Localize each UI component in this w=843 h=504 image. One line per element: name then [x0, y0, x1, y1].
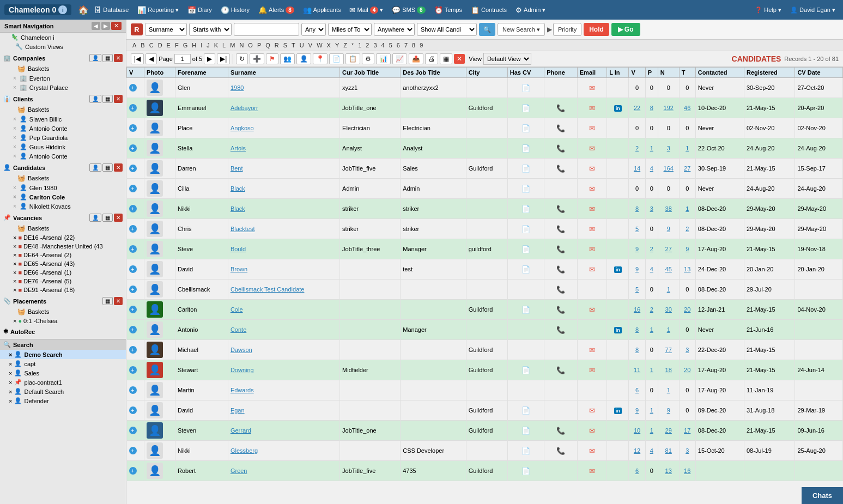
has-cv-icon[interactable]: 📄: [521, 406, 530, 415]
linkedin-icon[interactable]: in: [614, 408, 622, 414]
email-icon[interactable]: ✉: [589, 346, 595, 354]
row-add-btn[interactable]: +: [129, 467, 137, 475]
has-cv-icon[interactable]: 📄: [521, 306, 530, 314]
row-add-btn[interactable]: +: [129, 306, 137, 313]
candidate-v[interactable]: 22: [634, 105, 640, 111]
email-icon[interactable]: ✉: [589, 84, 595, 92]
candidate-p[interactable]: 3: [650, 205, 653, 212]
nav-reporting[interactable]: 📊Reporting ▾: [134, 5, 182, 15]
candidate-n[interactable]: 1: [667, 326, 670, 333]
de64-remove[interactable]: ×: [13, 252, 16, 258]
candidate-surname-link[interactable]: Bould: [231, 246, 246, 252]
candidate-n[interactable]: 1: [667, 286, 670, 293]
toolbar-excel-btn[interactable]: 📊: [376, 53, 391, 64]
clients-close-btn[interactable]: ✕: [114, 95, 123, 103]
nav-database[interactable]: 🗄Database: [91, 5, 132, 15]
nav-diary[interactable]: 📅Diary: [184, 5, 215, 15]
candidate-n[interactable]: 27: [665, 246, 672, 252]
toolbar-next-btn[interactable]: ▶: [204, 53, 215, 64]
has-cv-icon[interactable]: 📄: [521, 205, 530, 213]
candidate-p[interactable]: 1: [650, 326, 653, 333]
slaven-remove[interactable]: ×: [13, 116, 16, 122]
alpha-8[interactable]: 8: [410, 41, 417, 49]
sidebar-item-chameleon[interactable]: 🦎 Chameleon i: [0, 33, 126, 42]
vacancies-baskets[interactable]: 🧺 Baskets: [0, 223, 126, 233]
candidate-t[interactable]: 3: [686, 347, 689, 353]
sidebar-section-placements-header[interactable]: 📎 Placements ▦ ✕: [0, 295, 126, 307]
phone-icon[interactable]: 📞: [556, 245, 565, 253]
search-field-select[interactable]: Surname Forename City: [145, 23, 187, 36]
candidate-n[interactable]: 164: [664, 165, 674, 172]
candidate-surname-link[interactable]: Cbellismack Test Candidate: [231, 286, 305, 293]
candidate-v[interactable]: 2: [635, 145, 639, 151]
row-add-btn[interactable]: +: [129, 386, 137, 394]
sidebar-section-companies-header[interactable]: 🏢 Companies 👤 ▦ ✕: [0, 52, 126, 64]
candidates-glen[interactable]: × 👤 Glen 1980: [0, 183, 126, 192]
candidate-v[interactable]: 9: [635, 266, 639, 272]
clients-add-btn[interactable]: 👤: [89, 95, 101, 103]
candidate-p[interactable]: 1: [650, 407, 653, 414]
alpha-star[interactable]: *: [350, 41, 355, 49]
phone-icon[interactable]: 📞: [556, 306, 565, 314]
candidate-n[interactable]: 81: [665, 447, 672, 454]
alpha-W[interactable]: W: [315, 41, 324, 49]
email-icon[interactable]: ✉: [589, 427, 595, 435]
priority-btn[interactable]: Priority: [553, 23, 581, 36]
alpha-4[interactable]: 4: [380, 41, 386, 49]
plac-remove[interactable]: ×: [9, 379, 12, 386]
candidate-p[interactable]: 1: [650, 367, 653, 373]
has-cv-icon[interactable]: 📄: [521, 467, 530, 475]
candidate-surname-link[interactable]: Conte: [231, 326, 246, 333]
sales-remove[interactable]: ×: [9, 370, 12, 377]
toolbar-last-btn[interactable]: ▶|: [217, 53, 230, 64]
clients-grid-btn[interactable]: ▦: [102, 95, 113, 103]
toolbar-map-btn[interactable]: 📍: [313, 53, 328, 64]
candidate-v[interactable]: 16: [634, 306, 640, 313]
clients-baskets[interactable]: 🧺 Baskets: [0, 105, 126, 114]
toolbar-person-btn[interactable]: 👤: [296, 53, 311, 64]
chats-btn[interactable]: Chats: [802, 487, 843, 504]
candidate-v[interactable]: 10: [634, 427, 640, 434]
candidate-surname-link[interactable]: Cole: [231, 306, 243, 313]
candidate-t[interactable]: 46: [684, 105, 690, 111]
candidate-surname-link[interactable]: Artois: [231, 145, 246, 151]
toolbar-close-btn[interactable]: ✕: [454, 54, 465, 64]
candidate-surname-link[interactable]: Egan: [231, 407, 245, 414]
has-cv-icon[interactable]: 📄: [521, 104, 530, 112]
clients-antonio-conte1[interactable]: × 👤 Antonio Conte: [0, 124, 126, 133]
alpha-A[interactable]: A: [131, 41, 138, 49]
candidate-v[interactable]: 5: [635, 226, 639, 232]
toolbar-merge-btn[interactable]: ⚙: [362, 53, 374, 64]
alpha-P[interactable]: P: [256, 41, 263, 49]
row-add-btn[interactable]: +: [129, 205, 137, 212]
email-icon[interactable]: ✉: [589, 447, 595, 455]
row-add-btn[interactable]: +: [129, 245, 137, 253]
candidate-v[interactable]: 9: [635, 246, 639, 252]
candidate-v[interactable]: 11: [634, 367, 640, 373]
row-add-btn[interactable]: +: [129, 265, 137, 273]
candidate-n[interactable]: 1: [667, 387, 670, 393]
email-icon[interactable]: ✉: [589, 104, 595, 112]
candidate-surname-link[interactable]: Edwards: [231, 387, 254, 393]
email-icon[interactable]: ✉: [589, 467, 595, 475]
candidate-surname-link[interactable]: Angkoso: [231, 125, 254, 131]
email-icon[interactable]: ✉: [589, 366, 595, 374]
candidate-t[interactable]: 1: [686, 145, 689, 151]
row-add-btn[interactable]: +: [129, 165, 137, 172]
has-cv-icon[interactable]: 📄: [521, 84, 530, 92]
alpha-5[interactable]: 5: [387, 41, 394, 49]
candidate-t[interactable]: 1: [686, 205, 689, 212]
toolbar-prev-btn[interactable]: ◀: [145, 53, 157, 64]
candidate-v[interactable]: 6: [635, 467, 639, 474]
candidate-t[interactable]: 9: [686, 246, 689, 252]
alpha-N[interactable]: N: [238, 41, 245, 49]
sidebar-section-vacancies-header[interactable]: 📌 Vacancies 👤 ▦ ✕: [0, 212, 126, 223]
toolbar-flag-btn[interactable]: ⚑: [266, 53, 278, 64]
everton-remove[interactable]: ×: [13, 75, 16, 81]
search-location-select[interactable]: Anywhere Guildford London: [374, 23, 415, 36]
row-add-btn[interactable]: +: [129, 406, 137, 414]
companies-crystal-palace[interactable]: × 🏢 Crystal Palace: [0, 83, 126, 92]
candidate-p[interactable]: 4: [650, 447, 653, 454]
has-cv-icon[interactable]: 📄: [521, 124, 530, 132]
alpha-J[interactable]: J: [205, 41, 211, 49]
